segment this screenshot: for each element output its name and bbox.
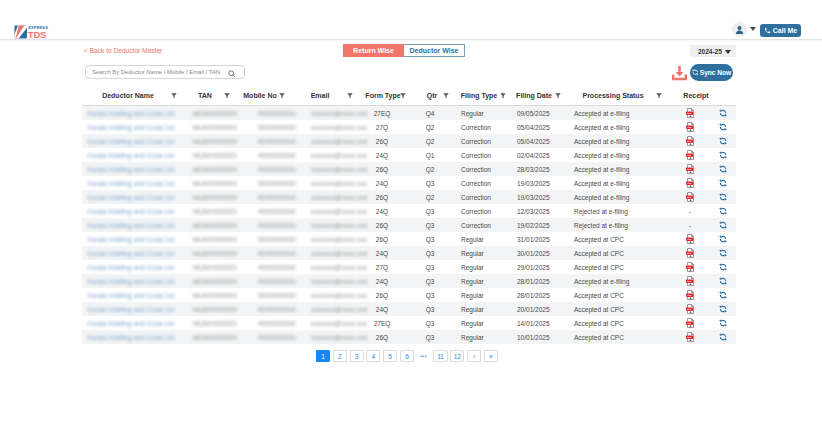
svg-text:PDF: PDF bbox=[687, 140, 692, 142]
svg-text:TDS: TDS bbox=[28, 29, 46, 40]
svg-text:PDF: PDF bbox=[687, 322, 692, 324]
svg-text:PDF: PDF bbox=[687, 252, 692, 254]
svg-text:PDF: PDF bbox=[687, 294, 692, 296]
svg-text:PDF: PDF bbox=[687, 336, 692, 338]
svg-text:PDF: PDF bbox=[687, 196, 692, 198]
svg-text:PDF: PDF bbox=[687, 168, 692, 170]
svg-text:PDF: PDF bbox=[687, 266, 692, 268]
svg-text:PDF: PDF bbox=[687, 308, 692, 310]
svg-text:PDF: PDF bbox=[687, 238, 692, 240]
svg-text:PDF: PDF bbox=[687, 280, 692, 282]
svg-text:PDF: PDF bbox=[687, 126, 692, 128]
svg-text:PDF: PDF bbox=[687, 112, 692, 114]
svg-text:PDF: PDF bbox=[687, 154, 692, 156]
svg-text:PDF: PDF bbox=[687, 182, 692, 184]
